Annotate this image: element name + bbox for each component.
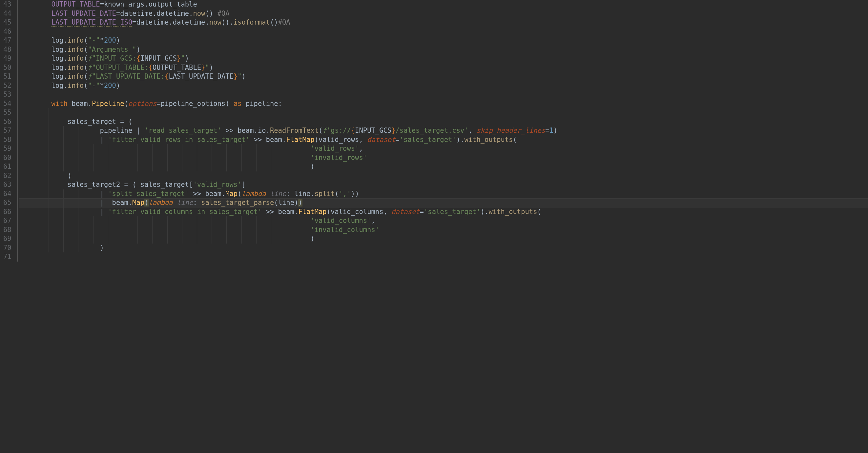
line-number: 71: [3, 252, 11, 262]
token: {: [136, 55, 141, 62]
token: 'filter valid rows in sales_target': [108, 136, 250, 143]
token: (: [124, 100, 128, 107]
code-line[interactable]: [19, 252, 868, 262]
code-line[interactable]: log.info(f"INPUT_GCS:{INPUT_GCS}"): [19, 54, 868, 63]
token: ): [136, 45, 141, 54]
token: options: [128, 100, 156, 107]
token: (: [84, 45, 88, 54]
code-line[interactable]: LAST_UPDATE_DATE_ISO=datetime.datetime.n…: [19, 18, 868, 27]
code-line[interactable]: ): [19, 171, 868, 181]
code-line[interactable]: | 'filter valid columns in sales_target'…: [19, 207, 868, 217]
token: ): [553, 127, 557, 134]
line-number: 49: [3, 54, 11, 63]
code-line[interactable]: LAST_UPDATE_DATE=datetime.datetime.now()…: [19, 9, 868, 19]
line-number: 54: [3, 99, 11, 108]
line-number: 62: [3, 171, 11, 181]
code-line[interactable]: | 'split sales_target' >> beam.Map(lambd…: [19, 190, 868, 199]
code-line[interactable]: | 'filter valid rows in sales_target' >>…: [19, 135, 868, 144]
token: "LAST_UPDATE_DATE:: [92, 72, 165, 80]
code-line[interactable]: log.info("Arguments "): [19, 45, 868, 55]
line-content: | 'split sales_target' >> beam.Map(lambd…: [19, 190, 359, 198]
token: with_outputs: [464, 136, 513, 143]
code-line[interactable]: [19, 27, 868, 36]
token: line: [177, 199, 193, 206]
code-line[interactable]: log.info(f"LAST_UPDATE_DATE:{LAST_UPDATE…: [19, 72, 868, 81]
token: *: [100, 36, 104, 44]
code-line[interactable]: sales_target = (: [19, 117, 868, 127]
token: f: [322, 127, 327, 134]
token: log.: [51, 55, 67, 62]
code-line[interactable]: 'invalid_columns': [19, 226, 868, 235]
line-content: pipeline | 'read sales_target' >> beam.i…: [19, 127, 558, 134]
token: ): [68, 172, 71, 180]
token: Pipeline: [92, 100, 124, 107]
code-line[interactable]: [19, 108, 868, 117]
token: ]: [242, 181, 246, 189]
code-line[interactable]: 'valid_rows',: [19, 144, 868, 153]
token: :: [193, 199, 201, 206]
line-content: log.info(f"INPUT_GCS:{INPUT_GCS}"): [19, 55, 189, 62]
code-line[interactable]: log.info("-"*200): [19, 81, 868, 91]
code-line[interactable]: sales_target2 = ( sales_target['valid_ro…: [19, 180, 868, 190]
token: (: [238, 190, 242, 198]
line-number: 46: [3, 27, 11, 36]
token: =: [116, 9, 120, 18]
token: |: [100, 190, 108, 198]
code-line[interactable]: log.info("-"*200): [19, 36, 868, 45]
token: isoformat: [234, 19, 270, 26]
token: (: [84, 55, 88, 62]
line-number: 66: [3, 207, 11, 217]
token: /sales_target.csv': [396, 127, 468, 134]
code-line[interactable]: | beam.Map(lambda line: sales_target_par…: [19, 198, 868, 207]
code-line[interactable]: log.info(f"OUTPUT_TABLE:{OUTPUT_TABLE}"): [19, 63, 868, 72]
code-line[interactable]: [19, 90, 868, 99]
token: ,: [359, 144, 363, 153]
token: 'valid_rows': [193, 181, 242, 189]
code-line[interactable]: 'valid_columns',: [19, 216, 868, 226]
code-editor[interactable]: 4344454647484950515253545556575859606162…: [0, 0, 868, 262]
token: datetime.datetime.: [120, 9, 193, 18]
line-number: 43: [3, 0, 11, 9]
token: LAST_UPDATE_DATE: [51, 9, 116, 18]
code-line[interactable]: ): [19, 162, 868, 171]
token: LAST_UPDATE_DATE: [168, 72, 233, 80]
line-content: LAST_UPDATE_DATE=datetime.datetime.now()…: [19, 9, 229, 18]
line-content: log.info("-"*200): [19, 36, 120, 44]
code-line[interactable]: ): [19, 234, 868, 244]
code-area[interactable]: OUTPUT_TABLE=known_args.output_table LAS…: [18, 0, 868, 262]
token: ": [181, 55, 185, 62]
token: INPUT_GCS: [141, 55, 177, 62]
token: f: [88, 55, 92, 62]
line-content: 'invalid_rows': [19, 154, 367, 162]
line-content: [19, 108, 52, 116]
code-line[interactable]: 'invalid_rows': [19, 153, 868, 163]
token: Map: [225, 190, 238, 198]
token: 200: [104, 36, 116, 44]
token: pipeline_options): [161, 100, 234, 107]
token: : line.: [286, 190, 314, 198]
token: lambda: [149, 199, 173, 206]
token: info: [68, 55, 84, 62]
token: =: [420, 208, 424, 216]
token: ReadFromText: [270, 127, 318, 134]
token: }: [177, 55, 181, 62]
token: >> beam.: [250, 136, 286, 143]
code-line[interactable]: with beam.Pipeline(options=pipeline_opti…: [19, 99, 868, 108]
line-number: 44: [3, 9, 11, 19]
token: "OUTPUT_TABLE:: [92, 64, 149, 71]
token: (line): [274, 199, 298, 206]
line-content: 'invalid_columns': [19, 226, 379, 234]
code-line[interactable]: OUTPUT_TABLE=known_args.output_table: [19, 0, 868, 9]
token: now: [209, 19, 221, 26]
token: info: [68, 82, 84, 90]
line-number: 65: [3, 198, 11, 207]
code-line[interactable]: pipeline | 'read sales_target' >> beam.i…: [19, 126, 868, 135]
token: ): [100, 244, 104, 252]
token: [266, 190, 270, 198]
token: info: [68, 36, 84, 44]
token: 'sales_target': [424, 208, 480, 216]
code-line[interactable]: ): [19, 244, 868, 253]
token: 'gs://: [327, 127, 351, 134]
line-number: 45: [3, 18, 11, 27]
token: =: [545, 127, 549, 134]
